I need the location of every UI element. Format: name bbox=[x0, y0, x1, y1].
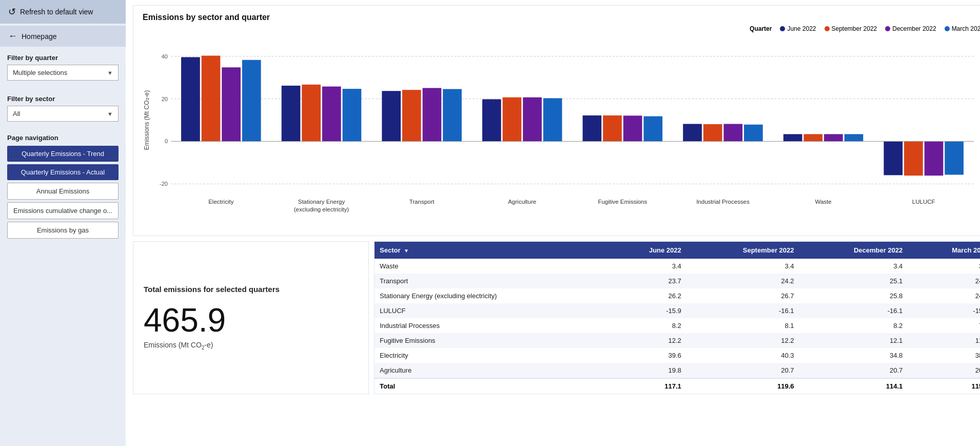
table-header-row: Sector ▼ June 2022 September 2022 Decemb… bbox=[375, 242, 980, 259]
nav-quarterly-trend[interactable]: Quarterly Emissions - Trend bbox=[7, 146, 119, 162]
cell-june: 26.2 bbox=[609, 288, 687, 303]
cell-june: 39.6 bbox=[609, 348, 687, 363]
svg-rect-41 bbox=[803, 134, 822, 141]
nav-quarterly-actual[interactable]: Quarterly Emissions - Actual bbox=[7, 164, 119, 180]
total-sep: 119.6 bbox=[687, 378, 799, 394]
svg-text:Fugitive Emissions: Fugitive Emissions bbox=[598, 199, 647, 205]
cell-sector: Industrial Processes bbox=[375, 318, 609, 333]
cell-mar: -15.7 bbox=[908, 303, 980, 318]
nav-by-gas[interactable]: Emissions by gas bbox=[7, 222, 119, 239]
svg-rect-38 bbox=[744, 125, 763, 142]
cell-dec: 20.7 bbox=[799, 363, 908, 378]
legend-dot-mar2023 bbox=[945, 26, 950, 31]
svg-rect-15 bbox=[302, 85, 321, 142]
cell-dec: 25.1 bbox=[799, 274, 908, 288]
cell-sep: -16.1 bbox=[687, 303, 799, 318]
cell-june: 23.7 bbox=[609, 274, 687, 288]
svg-rect-23 bbox=[443, 89, 462, 142]
legend-june2022: June 2022 bbox=[780, 25, 816, 32]
svg-rect-12 bbox=[242, 60, 261, 142]
sidebar: ↺ Refresh to default view ← Homepage Fil… bbox=[0, 0, 126, 446]
chevron-down-icon: ▼ bbox=[107, 111, 113, 117]
cell-sep: 8.1 bbox=[687, 318, 799, 333]
svg-rect-11 bbox=[222, 67, 241, 141]
col-sep2022[interactable]: September 2022 bbox=[687, 242, 799, 259]
cell-dec: 34.8 bbox=[799, 348, 908, 363]
cell-sector: Waste bbox=[375, 259, 609, 274]
chart-title: Emissions by sector and quarter bbox=[143, 13, 980, 22]
homepage-button[interactable]: ← Homepage bbox=[0, 26, 126, 47]
nav-cumulative[interactable]: Emissions cumulative change o... bbox=[7, 202, 119, 219]
cell-sep: 26.7 bbox=[687, 288, 799, 303]
total-card-title: Total emissions for selected quarters bbox=[144, 285, 280, 294]
cell-june: -15.9 bbox=[609, 303, 687, 318]
table-row: Electricity 39.6 40.3 34.8 38.3 bbox=[375, 348, 980, 363]
svg-text:40: 40 bbox=[162, 53, 168, 60]
svg-rect-22 bbox=[423, 88, 442, 141]
svg-rect-45 bbox=[884, 141, 903, 175]
table-body: Waste 3.4 3.4 3.4 3.4 Transport 23.7 24.… bbox=[375, 259, 980, 378]
page-navigation: Page navigation Quarterly Emissions - Tr… bbox=[0, 127, 126, 241]
cell-sector: Agriculture bbox=[375, 363, 609, 378]
filter-sector-dropdown[interactable]: All ▼ bbox=[7, 106, 119, 122]
sort-icon: ▼ bbox=[404, 248, 409, 254]
home-icon: ← bbox=[8, 31, 17, 42]
table-row: Transport 23.7 24.2 25.1 24.6 bbox=[375, 274, 980, 288]
svg-rect-48 bbox=[945, 141, 964, 174]
cell-mar: 3.4 bbox=[908, 259, 980, 274]
total-dec: 114.1 bbox=[799, 378, 908, 394]
svg-text:Stationary Energy: Stationary Energy bbox=[298, 199, 345, 205]
svg-text:Electricity: Electricity bbox=[208, 199, 233, 205]
legend-quarter-label: Quarter bbox=[750, 25, 772, 32]
svg-rect-37 bbox=[723, 124, 742, 141]
chevron-down-icon: ▼ bbox=[107, 70, 113, 76]
main-content: Emissions by sector and quarter Quarter … bbox=[126, 0, 980, 446]
table-row: Agriculture 19.8 20.7 20.7 20.3 bbox=[375, 363, 980, 378]
cell-sector: Fugitive Emissions bbox=[375, 333, 609, 348]
cell-june: 19.8 bbox=[609, 363, 687, 378]
svg-rect-25 bbox=[482, 99, 501, 141]
cell-june: 3.4 bbox=[609, 259, 687, 274]
cell-sep: 40.3 bbox=[687, 348, 799, 363]
cell-dec: 8.2 bbox=[799, 318, 908, 333]
cell-mar: 24.7 bbox=[908, 288, 980, 303]
cell-june: 12.2 bbox=[609, 333, 687, 348]
chart-legend: Quarter June 2022 September 2022 Decembe… bbox=[143, 25, 980, 32]
data-table: Sector ▼ June 2022 September 2022 Decemb… bbox=[375, 242, 980, 394]
cell-mar: 11.8 bbox=[908, 333, 980, 348]
svg-rect-26 bbox=[503, 98, 522, 142]
table-row: Waste 3.4 3.4 3.4 3.4 bbox=[375, 259, 980, 274]
table-row: Stationary Energy (excluding electricity… bbox=[375, 288, 980, 303]
total-unit: Emissions (Mt CO2-e) bbox=[144, 341, 213, 351]
svg-text:20: 20 bbox=[162, 96, 168, 102]
col-june2022[interactable]: June 2022 bbox=[609, 242, 687, 259]
refresh-button[interactable]: ↺ Refresh to default view bbox=[0, 0, 126, 24]
filter-quarter-section: Filter by quarter Multiple selections ▼ bbox=[0, 47, 126, 81]
cell-sep: 12.2 bbox=[687, 333, 799, 348]
cell-dec: 25.8 bbox=[799, 288, 908, 303]
col-sector[interactable]: Sector ▼ bbox=[375, 242, 609, 259]
cell-sector: LULUCF bbox=[375, 303, 609, 318]
cell-mar: 24.6 bbox=[908, 274, 980, 288]
cell-sector: Transport bbox=[375, 274, 609, 288]
total-label: Total bbox=[375, 378, 609, 394]
filter-quarter-dropdown[interactable]: Multiple selections ▼ bbox=[7, 65, 119, 81]
cell-sep: 24.2 bbox=[687, 274, 799, 288]
svg-rect-43 bbox=[845, 134, 864, 141]
total-june: 117.1 bbox=[609, 378, 687, 394]
table-footer-row: Total 117.1 119.6 114.1 115.1 bbox=[375, 378, 980, 394]
col-dec2022[interactable]: December 2022 bbox=[799, 242, 908, 259]
svg-rect-21 bbox=[402, 90, 421, 141]
legend-mar2023: March 2023 bbox=[945, 25, 980, 32]
bar-chart-card: Emissions by sector and quarter Quarter … bbox=[133, 5, 980, 236]
legend-dot-dec2022 bbox=[885, 26, 890, 31]
svg-text:Transport: Transport bbox=[409, 199, 435, 205]
svg-rect-10 bbox=[202, 55, 221, 141]
col-mar2023[interactable]: March 2023 bbox=[908, 242, 980, 259]
bar-chart-wrap: -2002040Emissions (Mt CO₂-e)ElectricityS… bbox=[143, 35, 980, 230]
svg-text:LULUCF: LULUCF bbox=[912, 199, 935, 205]
total-emissions-card: Total emissions for selected quarters 46… bbox=[133, 241, 369, 394]
svg-rect-33 bbox=[643, 117, 662, 142]
cell-mar: 38.3 bbox=[908, 348, 980, 363]
nav-annual[interactable]: Annual Emissions bbox=[7, 183, 119, 200]
